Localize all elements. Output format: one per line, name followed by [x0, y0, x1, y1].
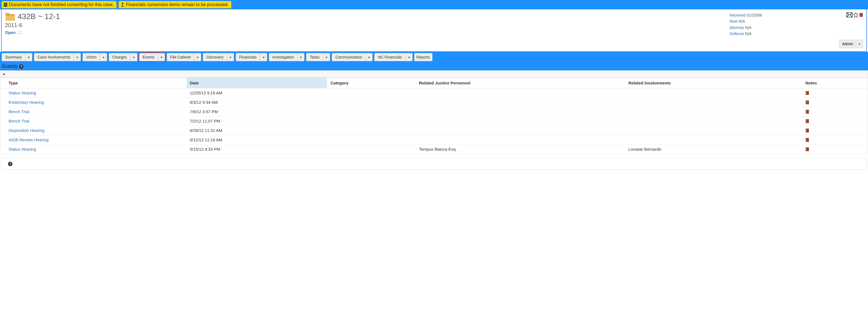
tab-filecabinet-caret[interactable]	[194, 53, 201, 61]
mail-icon[interactable]	[846, 12, 852, 18]
tab-tasks-label[interactable]: Tasks	[306, 53, 323, 61]
case-subtitle: 2011-6	[5, 22, 730, 28]
tab-victim[interactable]: Victim	[83, 53, 107, 61]
tab-discovery-label[interactable]: Discovery	[203, 53, 227, 61]
cell-category	[327, 117, 416, 126]
col-category[interactable]: Category	[327, 78, 416, 88]
cell-notes	[802, 135, 868, 145]
tab-investigation[interactable]: Investigation	[269, 53, 305, 61]
tab-reports[interactable]: Reports	[414, 53, 432, 61]
tab-victim-label[interactable]: Victim	[83, 53, 100, 61]
meta-next-label[interactable]: Next	[730, 19, 738, 24]
tab-financials-label[interactable]: Financials	[236, 53, 260, 61]
tab-tasks[interactable]: Tasks	[306, 53, 330, 61]
help-icon[interactable]: ?	[19, 64, 24, 69]
warning-bar: Documents have not finished converting f…	[0, 0, 868, 9]
meta-attorney-label[interactable]: Attorney	[730, 25, 744, 30]
tab-filecabinet-label[interactable]: File Cabinet	[167, 53, 194, 61]
warning-financials-text: Financials conversion items remain to be…	[126, 2, 229, 7]
tab-charges-label[interactable]: Charges	[109, 53, 130, 61]
tab-financials[interactable]: Financials	[236, 53, 267, 61]
event-type-link[interactable]: Disposition Hearing	[8, 128, 44, 133]
col-type[interactable]: Type	[0, 78, 187, 88]
notes-icon[interactable]	[805, 100, 809, 104]
notes-icon[interactable]	[805, 147, 809, 152]
meta-defense-label[interactable]: Defense	[730, 31, 744, 36]
event-type-link[interactable]: Bench Trial	[8, 119, 29, 123]
tab-discovery[interactable]: Discovery	[203, 53, 234, 61]
tab-filecabinet[interactable]: File Cabinet	[167, 53, 202, 61]
tab-ncfinancials-caret[interactable]	[406, 53, 413, 61]
folder-icon	[5, 12, 15, 21]
event-type-link[interactable]: 432B Review Hearing	[8, 137, 49, 142]
star-icon[interactable]	[853, 12, 859, 18]
case-status[interactable]: Open	[5, 30, 16, 35]
notes-icon[interactable]	[805, 138, 809, 142]
help-icon[interactable]: ?	[8, 162, 12, 166]
col-involvements[interactable]: Related Involvements	[625, 78, 802, 88]
admin-button[interactable]: Admin	[839, 40, 863, 48]
collapse-toggle[interactable]	[0, 70, 868, 77]
notes-icon[interactable]	[805, 128, 809, 133]
tab-events-caret[interactable]	[158, 53, 165, 61]
cell-notes	[802, 126, 868, 135]
tab-investigation-label[interactable]: Investigation	[269, 53, 298, 61]
event-type-link[interactable]: Evidentary Hearing	[8, 100, 44, 104]
meta-received-value: 01/23/08	[747, 13, 762, 18]
tab-discovery-caret[interactable]	[227, 53, 234, 61]
tab-tasks-caret[interactable]	[323, 53, 330, 61]
tab-communication-caret[interactable]	[366, 53, 373, 61]
tab-victim-caret[interactable]	[100, 53, 107, 61]
cell-category	[327, 145, 416, 154]
cell-category	[327, 107, 416, 117]
law-icon	[120, 2, 125, 7]
table-row: Status Hearing12/25/12 9:19 AM	[0, 88, 868, 98]
col-date[interactable]: Date	[187, 78, 327, 88]
notes-icon[interactable]	[859, 13, 863, 17]
notes-icon[interactable]	[805, 91, 809, 95]
tab-involvements[interactable]: Case Involvements	[34, 53, 81, 61]
event-type-link[interactable]: Status Hearing	[8, 91, 36, 95]
svg-rect-19	[806, 138, 806, 142]
tab-events[interactable]: Events	[139, 53, 165, 61]
tab-summary-caret[interactable]	[25, 53, 32, 61]
event-type-link[interactable]: Bench Trial	[8, 109, 29, 114]
tab-summary-label[interactable]: Summary	[2, 53, 25, 61]
tab-ncfinancials-label[interactable]: NC Financials	[374, 53, 405, 61]
cell-date: 8/3/12 9:34 AM	[187, 98, 327, 107]
cell-date: 7/6/12 3:57 PM	[187, 107, 327, 117]
tab-investigation-caret[interactable]	[298, 53, 304, 61]
tab-financials-caret[interactable]	[260, 53, 267, 61]
tab-involvements-label[interactable]: Case Involvements	[34, 53, 74, 61]
notes-icon[interactable]	[805, 119, 809, 123]
cell-category	[327, 98, 416, 107]
cell-personnel	[416, 88, 625, 98]
cell-category	[327, 135, 416, 145]
cell-involvements: Loviatar Bernardo	[625, 145, 802, 154]
meta-received-label[interactable]: Received	[730, 13, 746, 18]
case-meta: Received 01/23/08 Next N/A Attorney N/A …	[730, 12, 762, 37]
col-personnel[interactable]: Related Justice Personnel	[416, 78, 625, 88]
admin-button-caret[interactable]	[856, 40, 863, 48]
meta-next-value: N/A	[739, 19, 745, 24]
tab-charges[interactable]: Charges	[109, 53, 137, 61]
chat-icon[interactable]	[17, 31, 22, 34]
cell-date: 6/28/12 11:31 AM	[187, 126, 327, 135]
cell-type: 432B Review Hearing	[0, 135, 187, 145]
tab-communication-label[interactable]: Communication	[332, 53, 366, 61]
notes-icon[interactable]	[805, 110, 809, 114]
tab-involvements-caret[interactable]	[74, 53, 81, 61]
tab-reports-label[interactable]: Reports	[414, 53, 432, 61]
tab-charges-caret[interactable]	[130, 53, 137, 61]
table-row: Bench Trial7/2/12 11:07 PM	[0, 117, 868, 126]
tab-communication[interactable]: Communication	[332, 53, 373, 61]
cell-notes	[802, 117, 868, 126]
col-notes[interactable]: Notes	[802, 78, 868, 88]
tab-events-label[interactable]: Events	[139, 53, 158, 61]
admin-button-label[interactable]: Admin	[839, 40, 856, 48]
svg-rect-13	[806, 110, 806, 114]
cell-type: Status Hearing	[0, 88, 187, 98]
tab-summary[interactable]: Summary	[2, 53, 32, 61]
event-type-link[interactable]: Status Hearing	[8, 147, 36, 152]
tab-ncfinancials[interactable]: NC Financials	[374, 53, 412, 61]
